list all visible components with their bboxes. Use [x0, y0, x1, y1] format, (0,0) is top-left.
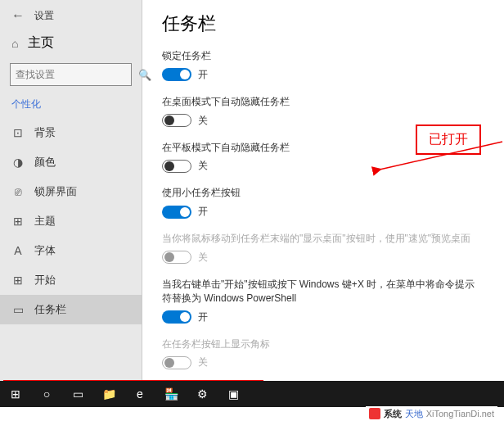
search-box[interactable]: 🔍 — [10, 63, 132, 86]
setting-label: 当我右键单击"开始"按钮或按下 Windows 键+X 时，在菜单中将命令提示符… — [162, 278, 484, 306]
toggle-state: 开 — [198, 310, 208, 324]
taskbar-app-icon[interactable]: 📁 — [93, 381, 124, 407]
setting-lock-taskbar: 锁定任务栏 开 — [162, 49, 484, 82]
toggle-small-buttons[interactable] — [162, 206, 191, 219]
toggle-peek — [162, 251, 191, 264]
back-icon[interactable]: ← — [11, 8, 25, 23]
setting-label: 使用小任务栏按钮 — [162, 186, 484, 200]
annotation-callout: 已打开 — [416, 124, 481, 155]
home-label: 主页 — [28, 34, 54, 52]
toggle-powershell[interactable] — [162, 310, 191, 324]
lockscreen-icon: ⎚ — [11, 185, 25, 198]
settings-label: 设置 — [34, 9, 54, 23]
setting-label: 在任务栏按钮上显示角标 — [162, 337, 484, 351]
toggle-state: 关 — [198, 114, 208, 128]
taskbar-app-icon[interactable]: ▣ — [218, 381, 249, 407]
header: ← 设置 — [0, 0, 142, 28]
setting-powershell: 当我右键单击"开始"按钮或按下 Windows 键+X 时，在菜单中将命令提示符… — [162, 278, 484, 324]
sidebar-item-start[interactable]: ⊞开始 — [0, 265, 142, 295]
taskbar-app-icon[interactable]: 🏪 — [155, 381, 187, 407]
setting-small-buttons: 使用小任务栏按钮 开 — [162, 186, 484, 219]
toggle-state: 开 — [198, 68, 208, 82]
watermark-icon — [369, 408, 380, 419]
nav-label: 背景 — [34, 125, 56, 140]
search-input[interactable] — [16, 69, 138, 80]
category-label: 个性化 — [0, 94, 142, 118]
themes-icon: ⊞ — [11, 215, 25, 228]
watermark-prefix: 系统 — [384, 408, 402, 420]
watermark-domain: XiTongTianDi.net — [426, 409, 494, 419]
nav-label: 开始 — [34, 273, 56, 287]
sidebar-item-themes[interactable]: ⊞主题 — [0, 206, 142, 236]
taskbar-app-icon[interactable]: ⚙ — [187, 381, 218, 407]
start-icon: ⊞ — [11, 274, 25, 287]
watermark-text: 天地 — [405, 408, 423, 420]
home-icon: ⌂ — [11, 37, 18, 50]
fonts-icon: A — [11, 244, 25, 257]
sidebar-item-lockscreen[interactable]: ⎚锁屏界面 — [0, 177, 142, 206]
setting-label: 锁定任务栏 — [162, 49, 484, 63]
start-button[interactable]: ⊞ — [0, 381, 31, 407]
setting-label: 在桌面模式下自动隐藏任务栏 — [162, 95, 484, 109]
nav-label: 锁屏界面 — [34, 184, 77, 199]
nav-label: 任务栏 — [34, 302, 66, 317]
toggle-autohide-desktop[interactable] — [162, 114, 191, 127]
toggle-state: 关 — [198, 251, 208, 265]
sidebar: ← 设置 ⌂ 主页 🔍 个性化 ⊡背景 ◑颜色 ⎚锁屏界面 ⊞主题 A字体 ⊞开… — [0, 0, 142, 407]
taskbar: ⊞ ○ ▭ 📁 e 🏪 ⚙ ▣ — [0, 381, 504, 407]
sidebar-item-colors[interactable]: ◑颜色 — [0, 147, 142, 177]
colors-icon: ◑ — [11, 156, 25, 169]
background-icon: ⊡ — [11, 126, 25, 139]
sidebar-item-fonts[interactable]: A字体 — [0, 236, 142, 265]
toggle-state: 关 — [198, 355, 208, 369]
nav-list: ⊡背景 ◑颜色 ⎚锁屏界面 ⊞主题 A字体 ⊞开始 ▭任务栏 — [0, 118, 142, 407]
taskbar-cortana-icon[interactable]: ○ — [31, 381, 62, 407]
page-title: 任务栏 — [162, 11, 484, 36]
sidebar-item-taskbar[interactable]: ▭任务栏 — [0, 295, 142, 324]
taskbar-taskview-icon[interactable]: ▭ — [62, 381, 93, 407]
home-row[interactable]: ⌂ 主页 — [0, 28, 142, 58]
toggle-state: 关 — [198, 159, 208, 173]
nav-label: 主题 — [34, 214, 56, 229]
watermark: 系统 天地 XiTongTianDi.net — [366, 406, 497, 421]
nav-label: 颜色 — [34, 155, 56, 170]
setting-badges: 在任务栏按钮上显示角标 关 — [162, 337, 484, 370]
setting-label: 当你将鼠标移动到任务栏末端的"显示桌面"按钮时，使用"速览"预览桌面 — [162, 232, 484, 246]
setting-autohide-desktop: 在桌面模式下自动隐藏任务栏 关 — [162, 95, 484, 128]
sidebar-item-background[interactable]: ⊡背景 — [0, 118, 142, 147]
toggle-badges — [162, 356, 191, 369]
toggle-lock-taskbar[interactable] — [162, 68, 191, 81]
taskbar-icon: ▭ — [11, 303, 25, 316]
settings-window: ← 设置 ⌂ 主页 🔍 个性化 ⊡背景 ◑颜色 ⎚锁屏界面 ⊞主题 A字体 ⊞开… — [0, 0, 504, 407]
setting-peek: 当你将鼠标移动到任务栏末端的"显示桌面"按钮时，使用"速览"预览桌面 关 — [162, 232, 484, 265]
content-area: 任务栏 锁定任务栏 开 在桌面模式下自动隐藏任务栏 关 在平板模式下自动隐藏任务… — [142, 0, 504, 407]
nav-label: 字体 — [34, 243, 56, 258]
toggle-state: 开 — [198, 205, 208, 219]
taskbar-app-icon[interactable]: e — [124, 381, 155, 407]
toggle-autohide-tablet[interactable] — [162, 160, 191, 173]
